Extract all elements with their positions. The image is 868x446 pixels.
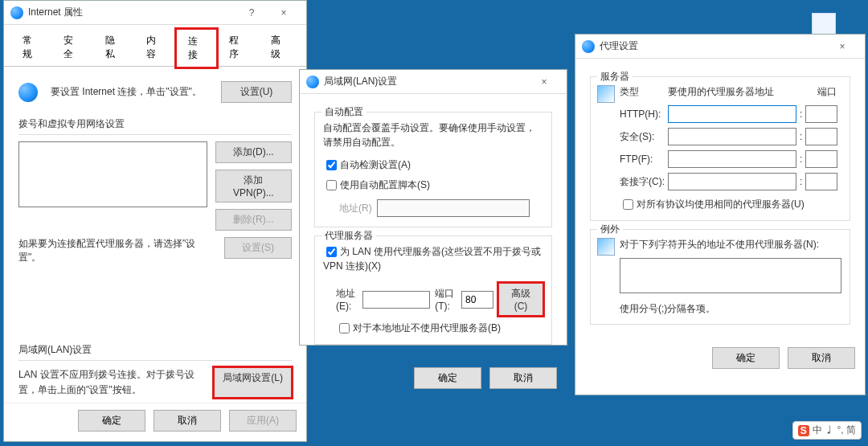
globe-icon [18, 83, 38, 102]
dialup-listbox[interactable] [18, 141, 207, 207]
col-addr: 要使用的代理服务器地址 [668, 85, 805, 99]
proxy-port-label: 端口(T): [435, 287, 457, 312]
tab-advanced[interactable]: 高级 [259, 28, 300, 67]
proxy-group: 代理服务器 为 LAN 使用代理服务器(这些设置不用于拨号或 VPN 连接)(X… [314, 235, 552, 345]
script-addr-input [377, 199, 530, 217]
close-button[interactable]: × [268, 7, 300, 18]
lan-settings-button[interactable]: 局域网设置(L) [214, 367, 292, 398]
ok-button[interactable]: 确定 [414, 367, 481, 389]
setup-button[interactable]: 设置(U) [221, 81, 292, 103]
bypass-local-checkbox[interactable]: 对于本地地址不使用代理服务器(B) [336, 322, 501, 333]
auto-detect-checkbox[interactable]: 自动检测设置(A) [323, 159, 411, 170]
lan-heading: 局域网(LAN)设置 [18, 343, 292, 357]
ftp-addr-input[interactable] [668, 150, 796, 168]
titlebar[interactable]: Internet 属性 ? × [4, 1, 306, 25]
servers-icon [597, 85, 615, 103]
same-for-all-checkbox[interactable]: 对所有协议均使用相同的代理服务器(U) [620, 198, 805, 210]
ime-s-icon: S [798, 425, 809, 436]
exceptions-icon [597, 238, 615, 256]
window-title: 局域网(LAN)设置 [324, 75, 397, 88]
col-type: 类型 [620, 85, 668, 99]
tab-general[interactable]: 常规 [10, 28, 51, 67]
dialup-heading: 拨号和虚拟专用网络设置 [18, 117, 292, 131]
dial-settings-button: 设置(S) [224, 237, 292, 259]
apply-button: 应用(A) [229, 410, 297, 432]
cancel-button[interactable]: 取消 [154, 410, 221, 432]
exceptions-note: 对于下列字符开头的地址不使用代理服务器(N): [620, 238, 841, 252]
ok-button[interactable]: 确定 [78, 410, 145, 432]
proxy-settings-window: 代理设置 × 服务器 类型 要使用的代理服务器地址 端口 HTTP(H): : … [575, 34, 866, 395]
tab-connections[interactable]: 连接 [176, 29, 217, 68]
auto-config-group: 自动配置 自动配置会覆盖手动设置。要确保使用手动设置，请禁用自动配置。 自动检测… [314, 112, 552, 227]
internet-properties-window: Internet 属性 ? × 常规 安全 隐私 内容 连接 程序 高级 要设置… [3, 0, 307, 442]
socks-label: 套接字(C): [620, 175, 668, 189]
auto-config-note: 自动配置会覆盖手动设置。要确保使用手动设置，请禁用自动配置。 [323, 121, 543, 149]
socks-port-input[interactable] [805, 173, 837, 190]
tab-privacy[interactable]: 隐私 [93, 28, 134, 67]
titlebar[interactable]: 局域网(LAN)设置 × [300, 70, 567, 94]
tab-security[interactable]: 安全 [51, 28, 92, 67]
add-button[interactable]: 添加(D)... [215, 141, 292, 163]
script-addr-label: 地址(R) [339, 202, 372, 215]
socks-addr-input[interactable] [668, 173, 796, 190]
proxy-legend: 代理服务器 [321, 229, 376, 243]
window-title: 代理设置 [600, 39, 638, 53]
ok-button[interactable]: 确定 [712, 347, 780, 369]
close-button[interactable]: × [528, 76, 560, 88]
auto-config-legend: 自动配置 [321, 105, 366, 119]
window-title: Internet 属性 [28, 6, 83, 19]
add-vpn-button[interactable]: 添加 VPN(P)... [215, 170, 292, 203]
exceptions-group: 例外 对于下列字符开头的地址不使用代理服务器(N): 使用分号(;)分隔各项。 [590, 229, 850, 325]
ftp-label: FTP(F): [620, 153, 668, 165]
connection-setup-text: 要设置 Internet 连接，单击"设置"。 [51, 85, 216, 99]
exceptions-legend: 例外 [597, 223, 623, 236]
secure-addr-input[interactable] [668, 128, 796, 145]
secure-label: 安全(S): [620, 130, 668, 144]
cancel-button[interactable]: 取消 [489, 367, 557, 389]
col-port: 端口 [805, 85, 837, 99]
cancel-button[interactable]: 取消 [788, 347, 855, 369]
tab-content[interactable]: 内容 [134, 28, 175, 67]
ftp-port-input[interactable] [805, 150, 837, 168]
globe-icon [306, 76, 319, 88]
ime-indicator[interactable]: S 中 ♩ °, 简 [792, 421, 862, 440]
auto-script-checkbox[interactable]: 使用自动配置脚本(S) [323, 179, 430, 190]
close-button[interactable]: × [826, 41, 858, 52]
help-button[interactable]: ? [235, 7, 268, 18]
servers-legend: 服务器 [597, 70, 633, 84]
secure-port-input[interactable] [805, 128, 837, 145]
semicolon-note: 使用分号(;)分隔各项。 [620, 302, 841, 316]
ime-text: 中 ♩ °, 简 [813, 423, 856, 437]
lan-note: LAN 设置不应用到拨号连接。对于拨号设置，单击上面的"设置"按钮。 [18, 367, 204, 398]
http-port-input[interactable] [805, 105, 837, 123]
proxy-addr-input[interactable] [362, 291, 430, 309]
dialup-note: 如果要为连接配置代理服务器，请选择"设置"。 [18, 237, 216, 264]
tab-programs[interactable]: 程序 [217, 28, 258, 67]
advanced-button[interactable]: 高级(C) [498, 283, 543, 316]
servers-group: 服务器 类型 要使用的代理服务器地址 端口 HTTP(H): : 安全(S): … [590, 76, 850, 221]
globe-icon [582, 40, 595, 53]
use-proxy-checkbox[interactable]: 为 LAN 使用代理服务器(这些设置不用于拨号或 VPN 连接)(X) [323, 246, 541, 272]
globe-icon [10, 6, 23, 19]
proxy-port-input[interactable] [461, 291, 493, 309]
remove-button: 删除(R)... [215, 209, 292, 231]
http-label: HTTP(H): [620, 108, 668, 120]
exceptions-textarea[interactable] [620, 258, 841, 293]
lan-settings-window: 局域网(LAN)设置 × 自动配置 自动配置会覆盖手动设置。要确保使用手动设置，… [299, 69, 567, 346]
http-addr-input[interactable] [668, 105, 796, 123]
tab-strip: 常规 安全 隐私 内容 连接 程序 高级 [4, 25, 306, 67]
proxy-addr-label: 地址(E): [336, 287, 358, 312]
titlebar[interactable]: 代理设置 × [575, 35, 865, 59]
